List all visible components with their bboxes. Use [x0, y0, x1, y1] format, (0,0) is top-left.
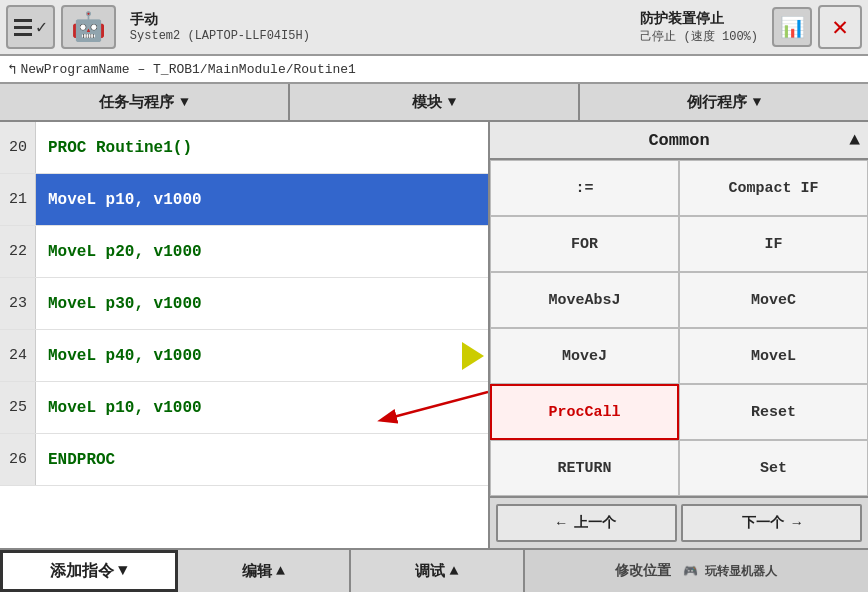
cmd-if[interactable]: IF — [679, 216, 868, 272]
tab-routine-arrow: ▼ — [753, 94, 761, 110]
command-grid: := Compact IF FOR IF MoveAbsJ MoveC Move… — [490, 160, 868, 496]
code-line-23[interactable]: 23 MoveL p30, v1000 — [0, 278, 488, 330]
next-label: 下一个 → — [742, 514, 801, 532]
code-line-24[interactable]: 24 MoveL p40, v1000 — [0, 330, 488, 382]
common-header: Common ▲ — [490, 122, 868, 160]
edit-label: 编辑 — [242, 562, 272, 581]
debug-label: 调试 — [415, 562, 445, 581]
execution-arrow — [462, 342, 484, 370]
top-bar: ✓ 🤖 手动 System2 (LAPTOP-LLF04I5H) 防护装置停止 … — [0, 0, 868, 56]
top-bar-icons: 📊 — [772, 7, 812, 47]
main-content: 20 PROC Routine1() 21 MoveL p10, v1000 2… — [0, 122, 868, 548]
cmd-movec[interactable]: MoveC — [679, 272, 868, 328]
tab-module[interactable]: 模块 ▼ — [290, 84, 580, 120]
status-right: 防护装置停止 己停止 (速度 100%) — [640, 10, 758, 45]
cmd-moveabsj-label: MoveAbsJ — [548, 292, 620, 309]
path-text: NewProgramName – T_ROB1/MainModule/Routi… — [20, 62, 355, 77]
edit-button[interactable]: 编辑 ▲ — [178, 550, 352, 592]
line-num-26: 26 — [0, 434, 36, 485]
path-bar: ↰ NewProgramName – T_ROB1/MainModule/Rou… — [0, 56, 868, 84]
add-instruction-button[interactable]: 添加指令 ▼ — [0, 550, 178, 592]
code-line-22[interactable]: 22 MoveL p20, v1000 — [0, 226, 488, 278]
prev-label: ← 上一个 — [557, 514, 616, 532]
right-panel: Common ▲ := Compact IF FOR IF MoveAbsJ M… — [490, 122, 868, 548]
cmd-return-label: RETURN — [557, 460, 611, 477]
line-num-21: 21 — [0, 174, 36, 225]
hamburger-icon — [14, 19, 32, 36]
settings-icon: 📊 — [780, 15, 805, 40]
cmd-movel-label: MoveL — [751, 348, 796, 365]
cmd-set-label: Set — [760, 460, 787, 477]
tab-routine-label: 例行程序 — [687, 93, 747, 112]
cmd-return[interactable]: RETURN — [490, 440, 679, 496]
prev-button[interactable]: ← 上一个 — [496, 504, 677, 542]
close-icon: ✕ — [832, 11, 848, 43]
cmd-movej[interactable]: MoveJ — [490, 328, 679, 384]
code-line-26[interactable]: 26 ENDPROC — [0, 434, 488, 486]
line-num-25: 25 — [0, 382, 36, 433]
cmd-for[interactable]: FOR — [490, 216, 679, 272]
settings-button[interactable]: 📊 — [772, 7, 812, 47]
cmd-movel[interactable]: MoveL — [679, 328, 868, 384]
robot-icon-button[interactable]: 🤖 — [61, 5, 116, 49]
nav-tabs: 任务与程序 ▼ 模块 ▼ 例行程序 ▼ — [0, 84, 868, 122]
cmd-proccall-label: ProcCall — [548, 404, 620, 421]
add-instruction-arrow: ▼ — [118, 562, 128, 580]
close-button[interactable]: ✕ — [818, 5, 862, 49]
cmd-for-label: FOR — [571, 236, 598, 253]
scroll-up-button[interactable]: ▲ — [849, 130, 860, 150]
cmd-reset-label: Reset — [751, 404, 796, 421]
nav-bottom: ← 上一个 下一个 → — [490, 496, 868, 548]
bottom-bar: 添加指令 ▼ 编辑 ▲ 调试 ▲ 修改位置 🎮 玩转显机器人 — [0, 548, 868, 592]
line-num-22: 22 — [0, 226, 36, 277]
speed-status: 己停止 (速度 100%) — [640, 28, 758, 45]
code-line-21[interactable]: 21 MoveL p10, v1000 — [0, 174, 488, 226]
next-button[interactable]: 下一个 → — [681, 504, 862, 542]
tab-tasks-arrow: ▼ — [180, 94, 188, 110]
tab-module-label: 模块 — [412, 93, 442, 112]
code-text-25: MoveL p10, v1000 — [36, 399, 202, 417]
cmd-compact-if[interactable]: Compact IF — [679, 160, 868, 216]
code-line-20[interactable]: 20 PROC Routine1() — [0, 122, 488, 174]
line-num-24: 24 — [0, 330, 36, 381]
line-num-23: 23 — [0, 278, 36, 329]
mode-label: 手动 — [130, 11, 635, 29]
stop-status: 防护装置停止 — [640, 10, 724, 28]
checkmark-icon: ✓ — [36, 16, 47, 38]
cmd-movec-label: MoveC — [751, 292, 796, 309]
logo-text: 🎮 玩转显机器人 — [683, 563, 777, 580]
code-text-26: ENDPROC — [36, 451, 115, 469]
tab-tasks-programs[interactable]: 任务与程序 ▼ — [0, 84, 290, 120]
system-label: System2 (LAPTOP-LLF04I5H) — [130, 29, 635, 43]
modify-pos-label: 修改位置 — [615, 562, 671, 580]
menu-button[interactable]: ✓ — [6, 5, 55, 49]
code-line-25[interactable]: 25 MoveL p10, v1000 — [0, 382, 488, 434]
code-text-23: MoveL p30, v1000 — [36, 295, 202, 313]
tab-routine[interactable]: 例行程序 ▼ — [580, 84, 868, 120]
path-icon: ↰ — [8, 61, 16, 78]
code-text-22: MoveL p20, v1000 — [36, 243, 202, 261]
debug-button[interactable]: 调试 ▲ — [351, 550, 525, 592]
cmd-proccall[interactable]: ProcCall — [490, 384, 679, 440]
common-title: Common — [648, 131, 709, 150]
edit-arrow: ▲ — [276, 563, 285, 580]
cmd-assign-label: := — [575, 180, 593, 197]
debug-arrow: ▲ — [449, 563, 458, 580]
tab-module-arrow: ▼ — [448, 94, 456, 110]
cmd-moveabsj[interactable]: MoveAbsJ — [490, 272, 679, 328]
code-panel: 20 PROC Routine1() 21 MoveL p10, v1000 2… — [0, 122, 490, 548]
cmd-assign[interactable]: := — [490, 160, 679, 216]
cmd-if-label: IF — [764, 236, 782, 253]
status-info: 手动 System2 (LAPTOP-LLF04I5H) — [130, 11, 635, 43]
code-text-24: MoveL p40, v1000 — [36, 347, 202, 365]
modify-position-button[interactable]: 修改位置 🎮 玩转显机器人 — [525, 550, 868, 592]
add-instruction-label: 添加指令 — [50, 561, 114, 582]
code-text-21: MoveL p10, v1000 — [36, 191, 202, 209]
tab-tasks-label: 任务与程序 — [99, 93, 174, 112]
cmd-set[interactable]: Set — [679, 440, 868, 496]
cmd-reset[interactable]: Reset — [679, 384, 868, 440]
robot-icon: 🤖 — [71, 10, 106, 44]
cmd-movej-label: MoveJ — [562, 348, 607, 365]
code-text-20: PROC Routine1() — [36, 139, 192, 157]
line-num-20: 20 — [0, 122, 36, 173]
